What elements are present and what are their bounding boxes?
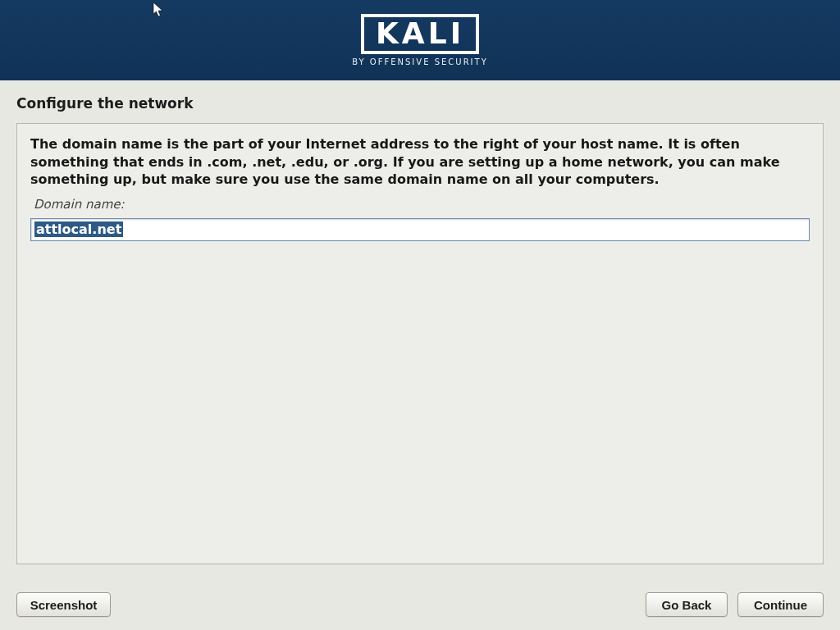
domain-name-input-value: attlocal.net — [34, 221, 123, 237]
page-title: Configure the network — [16, 95, 824, 112]
continue-button[interactable]: Continue — [737, 592, 824, 617]
go-back-button[interactable]: Go Back — [646, 592, 728, 617]
installer-header: KALI BY OFFENSIVE SECURITY — [0, 0, 840, 80]
domain-name-input[interactable]: attlocal.net — [30, 218, 810, 241]
description-text: The domain name is the part of your Inte… — [30, 135, 810, 189]
installer-body: Configure the network The domain name is… — [0, 80, 840, 564]
screenshot-button[interactable]: Screenshot — [16, 592, 111, 617]
cursor-icon — [153, 2, 166, 18]
kali-logo-subtitle: BY OFFENSIVE SECURITY — [352, 57, 488, 66]
kali-logo-text: KALI — [376, 18, 464, 49]
kali-logo: KALI BY OFFENSIVE SECURITY — [352, 14, 488, 67]
kali-logo-box: KALI — [361, 14, 479, 55]
content-panel: The domain name is the part of your Inte… — [16, 123, 824, 564]
domain-name-label: Domain name: — [34, 197, 810, 212]
button-bar: Screenshot Go Back Continue — [0, 592, 840, 617]
